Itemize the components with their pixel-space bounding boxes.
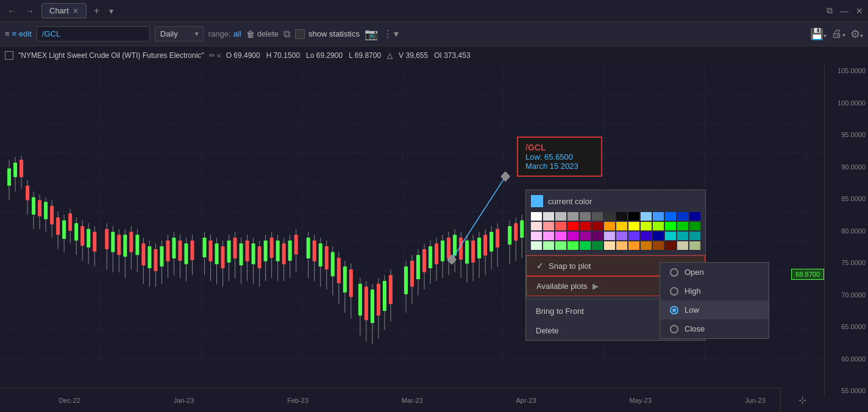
open-radio[interactable] <box>670 268 678 277</box>
color-cell[interactable] <box>641 222 652 230</box>
svg-rect-129 <box>358 284 362 316</box>
color-cell[interactable] <box>628 232 639 240</box>
color-cell[interactable] <box>555 222 566 230</box>
color-cell[interactable] <box>531 222 542 230</box>
chart-edit-icons[interactable]: ✏ « <box>209 51 221 60</box>
low-radio[interactable] <box>670 306 678 314</box>
color-grid <box>531 212 700 250</box>
color-cell[interactable] <box>580 212 591 221</box>
period-select[interactable]: Daily Weekly Monthly <box>155 26 204 41</box>
color-cell[interactable] <box>555 232 566 240</box>
chart-tab[interactable]: Chart ✕ <box>41 3 87 18</box>
color-cell[interactable] <box>580 222 591 230</box>
color-cell[interactable] <box>567 212 578 221</box>
color-cell[interactable] <box>616 212 627 221</box>
color-cell[interactable] <box>665 212 676 221</box>
restore-button[interactable]: ⧉ <box>827 5 833 16</box>
color-cell[interactable] <box>543 241 554 250</box>
plot-low-item[interactable]: Low <box>660 300 769 319</box>
color-cell[interactable] <box>555 212 566 221</box>
color-cell[interactable] <box>604 212 615 221</box>
color-cell[interactable] <box>641 241 652 250</box>
color-cell[interactable] <box>616 232 627 240</box>
color-cell[interactable] <box>677 232 688 240</box>
minimize-button[interactable]: — <box>840 6 848 16</box>
color-cell[interactable] <box>689 241 700 250</box>
color-cell[interactable] <box>592 241 603 250</box>
color-cell[interactable] <box>689 222 700 230</box>
svg-rect-79 <box>190 241 194 260</box>
color-cell[interactable] <box>665 222 676 230</box>
color-cell[interactable] <box>653 222 664 230</box>
color-cell[interactable] <box>677 241 688 250</box>
color-cell[interactable] <box>641 212 652 221</box>
color-cell[interactable] <box>653 232 664 240</box>
color-cell[interactable] <box>580 241 591 250</box>
edit-label: ≡ edit <box>12 29 32 38</box>
color-cell[interactable] <box>628 212 639 221</box>
color-cell[interactable] <box>567 232 578 240</box>
color-cell[interactable] <box>677 222 688 230</box>
color-cell[interactable] <box>628 222 639 230</box>
stats-toggle[interactable]: show statistics <box>295 29 360 39</box>
last-label: L 69.8700 <box>349 51 381 60</box>
tab-dropdown-button[interactable]: ▾ <box>107 5 116 17</box>
time-label: Mar-23 <box>402 397 423 404</box>
color-cell[interactable] <box>543 212 554 221</box>
plot-high-item[interactable]: High <box>660 282 769 300</box>
stats-label: show statistics <box>308 29 360 38</box>
color-cell[interactable] <box>653 212 664 221</box>
tab-close-button[interactable]: ✕ <box>73 7 79 15</box>
color-cell[interactable] <box>531 232 542 240</box>
color-cell[interactable] <box>616 241 627 250</box>
color-cell[interactable] <box>592 222 603 230</box>
stats-checkbox[interactable] <box>295 29 305 39</box>
color-cell[interactable] <box>567 222 578 230</box>
color-cell[interactable] <box>665 241 676 250</box>
color-cell[interactable] <box>604 232 615 240</box>
color-cell[interactable] <box>592 212 603 221</box>
color-cell[interactable] <box>543 222 554 230</box>
save-button[interactable]: 💾▾ <box>810 27 827 41</box>
color-cell[interactable] <box>628 241 639 250</box>
color-cell[interactable] <box>580 232 591 240</box>
svg-rect-55 <box>117 235 121 255</box>
svg-rect-89 <box>227 241 231 263</box>
settings-button[interactable]: ⚙▾ <box>850 27 863 41</box>
price-level: 105.0000 <box>827 67 866 74</box>
back-button[interactable]: ← <box>5 5 18 17</box>
plot-open-item[interactable]: Open <box>660 263 769 282</box>
color-cell[interactable] <box>604 222 615 230</box>
color-cell[interactable] <box>665 232 676 240</box>
more-options[interactable]: ⋮ ▾ <box>383 28 399 40</box>
high-radio[interactable] <box>670 287 678 296</box>
color-cell[interactable] <box>641 232 652 240</box>
color-cell[interactable] <box>689 212 700 221</box>
print-button[interactable]: 🖨▾ <box>831 27 845 40</box>
color-cell[interactable] <box>689 232 700 240</box>
color-cell[interactable] <box>531 241 542 250</box>
color-cell[interactable] <box>567 241 578 250</box>
color-cell[interactable] <box>555 241 566 250</box>
window-close-button[interactable]: ✕ <box>856 6 863 16</box>
color-cell[interactable] <box>677 212 688 221</box>
color-cell[interactable] <box>604 241 615 250</box>
color-cell[interactable] <box>543 232 554 240</box>
color-cell[interactable] <box>616 222 627 230</box>
color-cell[interactable] <box>592 232 603 240</box>
low-value: 69.2900 <box>316 51 343 60</box>
forward-button[interactable]: → <box>23 5 37 17</box>
current-color-swatch[interactable] <box>531 195 543 207</box>
color-cell[interactable] <box>653 241 664 250</box>
close-radio[interactable] <box>670 325 678 333</box>
tab-add-button[interactable]: + <box>91 5 102 16</box>
edit-button[interactable]: ≡ ≡ edit <box>5 29 32 38</box>
color-cell[interactable] <box>531 212 542 221</box>
screenshot-button[interactable]: 📷 <box>365 27 378 41</box>
chart-crosshair-icon[interactable]: ⊹ <box>780 388 824 412</box>
symbol-input[interactable] <box>37 26 150 41</box>
svg-rect-147 <box>422 249 426 272</box>
plot-close-item[interactable]: Close <box>660 319 769 338</box>
delete-button[interactable]: 🗑 delete <box>246 29 279 39</box>
copy-button[interactable]: ⧉ <box>283 29 290 40</box>
